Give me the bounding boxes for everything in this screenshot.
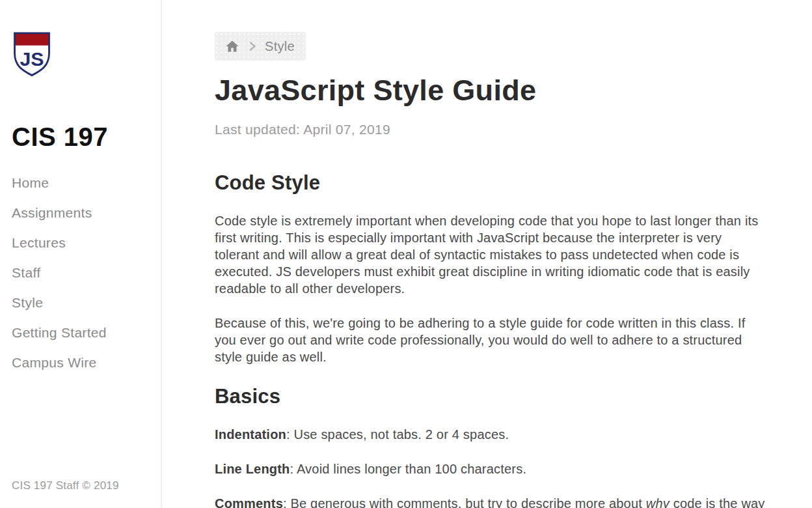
main-content: Style JavaScript Style Guide Last update… <box>215 32 766 508</box>
basics-term: Comments <box>215 496 283 508</box>
breadcrumb: Style <box>215 32 306 61</box>
code-style-paragraph-1: Code style is extremely important when d… <box>215 212 766 297</box>
sidebar-item-lectures[interactable]: Lectures <box>12 235 161 251</box>
section-heading-code-style: Code Style <box>215 171 766 195</box>
chevron-right-icon <box>248 41 257 51</box>
section-heading-basics: Basics <box>215 385 766 408</box>
basics-text-italic: why <box>646 496 670 508</box>
sidebar-item-campus-wire[interactable]: Campus Wire <box>12 355 161 371</box>
basics-term: Line Length <box>215 462 290 476</box>
sidebar-item-getting-started[interactable]: Getting Started <box>12 325 161 341</box>
page-title: JavaScript Style Guide <box>215 74 766 107</box>
course-title: CIS 197 <box>12 122 161 152</box>
last-updated-text: Last updated: April 07, 2019 <box>215 122 766 137</box>
code-style-paragraph-2: Because of this, we're going to be adher… <box>215 315 766 365</box>
basics-term: Indentation <box>215 427 286 442</box>
basics-item-line-length: Line Length: Avoid lines longer than 100… <box>215 460 766 477</box>
sidebar-nav: Home Assignments Lectures Staff Style Ge… <box>12 175 161 385</box>
home-icon[interactable] <box>226 40 239 52</box>
basics-text: : Be generous with comments, but try to … <box>283 496 646 508</box>
svg-text:JS: JS <box>20 48 44 70</box>
basics-text: : Use spaces, not tabs. 2 or 4 spaces. <box>286 427 509 442</box>
sidebar-item-style[interactable]: Style <box>12 295 161 311</box>
sidebar-item-staff[interactable]: Staff <box>12 265 161 281</box>
js-shield-logo-icon[interactable]: JS <box>12 31 52 77</box>
sidebar-item-assignments[interactable]: Assignments <box>12 205 161 221</box>
copyright-text: CIS 197 Staff © 2019 <box>12 479 119 492</box>
basics-text: : Avoid lines longer than 100 characters… <box>290 462 527 476</box>
breadcrumb-current-page[interactable]: Style <box>265 39 295 54</box>
sidebar-item-home[interactable]: Home <box>12 175 161 191</box>
sidebar: JS CIS 197 Home Assignments Lectures Sta… <box>0 0 162 508</box>
basics-item-comments: Comments: Be generous with comments, but… <box>215 495 766 508</box>
basics-item-indentation: Indentation: Use spaces, not tabs. 2 or … <box>215 426 766 443</box>
